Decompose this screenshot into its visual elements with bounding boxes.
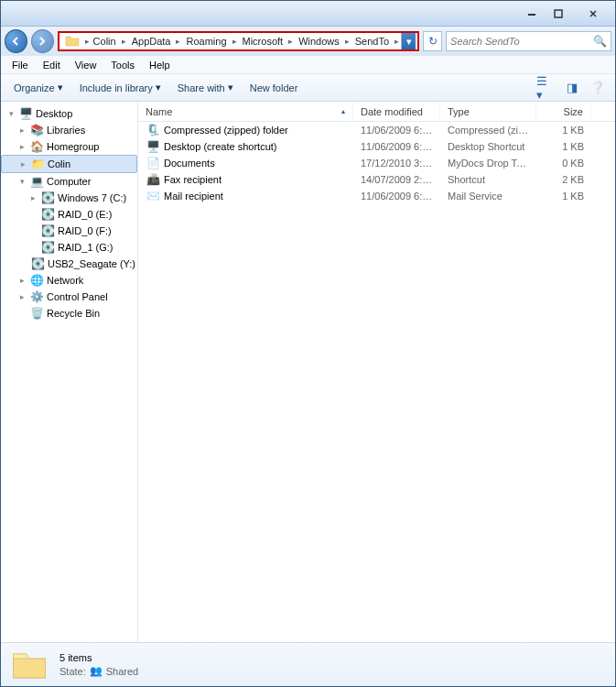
file-type: MyDocs Drop Target	[440, 158, 536, 169]
sidebar-item-colin[interactable]: ▸📁Colin	[1, 155, 137, 173]
file-row[interactable]: ✉️Mail recipient11/06/2009 6:14 AMMail S…	[138, 188, 615, 204]
file-name: Mail recipient	[164, 191, 223, 202]
fax-icon: 📠	[146, 172, 160, 187]
breadcrumb-segment[interactable]: Microsoft	[241, 36, 286, 47]
column-date[interactable]: Date modified	[353, 102, 440, 121]
chevron-right-icon[interactable]: ▸	[393, 37, 401, 46]
sidebar-item-control-panel[interactable]: ▸⚙️Control Panel	[1, 289, 137, 305]
menu-view[interactable]: View	[68, 58, 104, 72]
refresh-button[interactable]: ↻	[423, 31, 442, 51]
sidebar-item-raid-0-f-[interactable]: 💽RAID_0 (F:)	[1, 223, 137, 239]
sidebar-item-computer[interactable]: ▾💻Computer	[1, 173, 137, 190]
address-dropdown[interactable]: ▾	[401, 33, 416, 49]
file-row[interactable]: 🖥️Desktop (create shortcut)11/06/2009 6:…	[138, 138, 615, 155]
breadcrumb-segment[interactable]: SendTo	[353, 36, 391, 47]
menu-file[interactable]: File	[5, 58, 36, 72]
share-with-button[interactable]: Share with ▾	[172, 79, 239, 96]
sidebar-item-label: Libraries	[47, 125, 85, 136]
breadcrumb-segment[interactable]: Windows	[297, 36, 341, 47]
sidebar-item-label: Windows 7 (C:)	[58, 192, 126, 203]
minimize-button[interactable]	[519, 5, 545, 22]
chevron-right-icon[interactable]: ▸	[231, 37, 239, 46]
preview-pane-button[interactable]: ◨	[562, 79, 582, 97]
file-name: Fax recipient	[164, 174, 222, 185]
explorer-window: ▸ Colin▸AppData▸Roaming▸Microsoft▸Window…	[0, 0, 616, 687]
file-size: 1 KB	[536, 125, 591, 136]
column-size[interactable]: Size	[536, 102, 591, 121]
file-name: Desktop (create shortcut)	[164, 141, 277, 152]
new-folder-button[interactable]: New folder	[244, 80, 304, 96]
sidebar-item-desktop[interactable]: ▾🖥️Desktop	[1, 105, 137, 122]
folder-icon	[10, 646, 49, 684]
expand-icon[interactable]: ▾	[6, 109, 16, 118]
search-box[interactable]: 🔍	[446, 31, 611, 51]
menu-edit[interactable]: Edit	[36, 58, 68, 72]
file-type: Compressed (zipped) ...	[440, 125, 536, 136]
search-icon: 🔍	[593, 35, 607, 48]
forward-button[interactable]	[31, 29, 54, 53]
user-icon: 📁	[30, 158, 45, 170]
chevron-right-icon[interactable]: ▸	[83, 37, 92, 46]
state-value: Shared	[106, 666, 138, 677]
expand-icon[interactable]	[28, 226, 38, 235]
help-button[interactable]: ❔	[588, 79, 608, 97]
sidebar-item-windows-7-c-[interactable]: ▸💽Windows 7 (C:)	[1, 190, 137, 206]
nav-bar: ▸ Colin▸AppData▸Roaming▸Microsoft▸Window…	[1, 27, 615, 56]
file-row[interactable]: 📠Fax recipient14/07/2009 2:25 PMShortcut…	[138, 171, 615, 188]
navigation-pane[interactable]: ▾🖥️Desktop▸📚Libraries▸🏠Homegroup▸📁Colin▾…	[1, 102, 138, 642]
expand-icon[interactable]: ▸	[18, 159, 27, 169]
chevron-right-icon[interactable]: ▸	[343, 37, 351, 46]
sidebar-item-network[interactable]: ▸🌐Network	[1, 272, 137, 289]
menu-tools[interactable]: Tools	[103, 58, 142, 72]
expand-icon[interactable]: ▸	[28, 193, 38, 202]
expand-icon[interactable]	[28, 210, 38, 219]
expand-icon[interactable]: ▾	[17, 177, 27, 186]
sidebar-item-libraries[interactable]: ▸📚Libraries	[1, 122, 137, 138]
expand-icon[interactable]: ▸	[17, 125, 27, 135]
expand-icon[interactable]: ▸	[17, 142, 27, 151]
expand-icon[interactable]: ▸	[17, 292, 27, 301]
close-button[interactable]	[572, 5, 613, 22]
chevron-right-icon[interactable]: ▸	[286, 37, 295, 46]
file-date: 14/07/2009 2:25 PM	[353, 174, 440, 185]
sidebar-item-label: RAID_0 (E:)	[58, 209, 112, 220]
file-row[interactable]: 🗜️Compressed (zipped) folder11/06/2009 6…	[138, 122, 615, 138]
sidebar-item-label: Recycle Bin	[47, 308, 100, 319]
column-type[interactable]: Type	[440, 102, 536, 121]
drive-icon: 💽	[40, 224, 55, 237]
sidebar-item-recycle-bin[interactable]: 🗑️Recycle Bin	[1, 305, 137, 322]
chevron-right-icon[interactable]: ▸	[174, 37, 182, 46]
breadcrumb-segment[interactable]: Roaming	[184, 36, 228, 47]
file-type: Shortcut	[440, 174, 536, 185]
expand-icon[interactable]	[17, 309, 27, 318]
expand-icon[interactable]	[28, 243, 38, 252]
sidebar-item-label: Homegroup	[47, 141, 99, 152]
search-input[interactable]	[450, 36, 593, 47]
sidebar-item-raid-0-e-[interactable]: 💽RAID_0 (E:)	[1, 206, 137, 223]
breadcrumb-segment[interactable]: Colin	[92, 36, 118, 47]
file-list-body[interactable]: 🗜️Compressed (zipped) folder11/06/2009 6…	[138, 122, 615, 642]
view-options-button[interactable]: ☰ ▾	[536, 79, 557, 97]
recycle-icon: 🗑️	[29, 307, 44, 320]
back-button[interactable]	[5, 29, 27, 53]
address-bar[interactable]: ▸ Colin▸AppData▸Roaming▸Microsoft▸Window…	[58, 31, 419, 51]
include-library-button[interactable]: Include in library ▾	[74, 79, 167, 96]
state-label: State:	[59, 666, 86, 677]
sidebar-item-usb2-seagate-y-[interactable]: 💽USB2_Seagate (Y:)	[1, 256, 137, 272]
chevron-right-icon[interactable]: ▸	[120, 37, 128, 46]
maximize-button[interactable]	[546, 5, 571, 22]
sidebar-item-label: Network	[47, 275, 83, 286]
desktop-icon: 🖥️	[18, 107, 33, 120]
sidebar-item-homegroup[interactable]: ▸🏠Homegroup	[1, 138, 137, 155]
breadcrumb-segment[interactable]: AppData	[130, 36, 173, 47]
expand-icon[interactable]: ▸	[17, 276, 27, 285]
menu-help[interactable]: Help	[142, 58, 178, 72]
organize-button[interactable]: Organize ▾	[8, 79, 69, 96]
network-icon: 🌐	[29, 274, 44, 287]
sidebar-item-raid-1-g-[interactable]: 💽RAID_1 (G:)	[1, 239, 137, 256]
file-row[interactable]: 📄Documents17/12/2010 3:44 PMMyDocs Drop …	[138, 155, 615, 171]
file-name: Documents	[164, 158, 215, 169]
breadcrumb: Colin▸AppData▸Roaming▸Microsoft▸Windows▸…	[92, 36, 401, 47]
column-name[interactable]: Name▴	[138, 102, 353, 121]
libraries-icon: 📚	[29, 124, 44, 136]
